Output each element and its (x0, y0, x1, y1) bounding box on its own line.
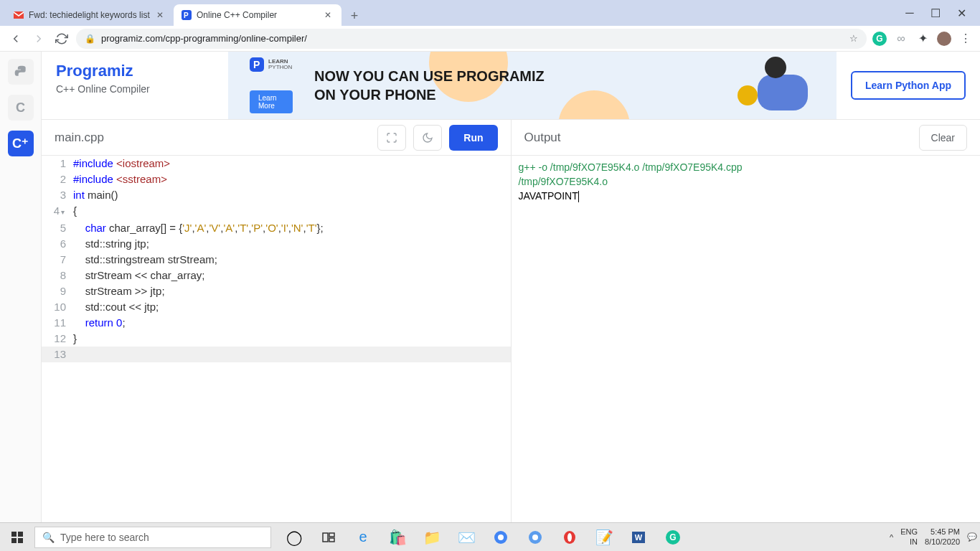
svg-rect-7 (18, 538, 23, 543)
extension-icons: G ∞ ✦ ⋮ (872, 32, 973, 46)
explorer-icon[interactable]: 📁 (415, 523, 449, 551)
brand-name: Programiz (56, 62, 214, 80)
tray-chevron-icon[interactable]: ^ (890, 533, 893, 542)
reload-button[interactable] (53, 30, 70, 47)
run-button[interactable]: Run (449, 125, 497, 151)
forward-button[interactable] (30, 30, 47, 47)
main-content: Programiz C++ Online Compiler P LEARNPYT… (42, 52, 980, 522)
theme-toggle-button[interactable] (413, 125, 442, 151)
tray-clock[interactable]: 5:45 PM 8/10/2020 (925, 527, 960, 546)
window-controls: ─ ☐ ✕ (903, 6, 980, 26)
extension-icon[interactable]: ∞ (894, 32, 908, 46)
banner: Programiz C++ Online Compiler P LEARNPYT… (42, 52, 980, 120)
task-view-icon[interactable] (311, 523, 346, 551)
extensions-icon[interactable]: ✦ (915, 32, 930, 46)
profile-avatar[interactable] (937, 32, 951, 46)
tab-title: Fwd: techiedelight keywords list (29, 10, 152, 20)
code-line[interactable]: 1#include <iostream> (42, 156, 511, 171)
code-line[interactable]: 9 strStream >> jtp; (42, 283, 511, 299)
language-rail: C C⁺ (0, 52, 42, 522)
output-title: Output (524, 131, 561, 145)
ad-banner[interactable]: P LEARNPYTHON Learn More NOW YOU CAN USE… (228, 52, 837, 119)
output-body: g++ -o /tmp/9fXO7E95K4.o /tmp/9fXO7E95K4… (512, 156, 981, 522)
code-line[interactable]: 11 return 0; (42, 315, 511, 331)
brand-box: Programiz C++ Online Compiler (42, 52, 228, 119)
bookmark-icon[interactable]: ☆ (849, 33, 858, 44)
learn-more-button[interactable]: Learn More (250, 90, 293, 113)
page-content: C C⁺ Programiz C++ Online Compiler P LEA… (0, 52, 980, 522)
code-line[interactable]: 6 std::string jtp; (42, 236, 511, 252)
search-placeholder: Type here to search (60, 532, 149, 543)
svg-rect-4 (11, 532, 17, 537)
code-line[interactable]: 5 char char_array[] = {'J','A','V','A','… (42, 220, 511, 236)
maximize-icon[interactable]: ☐ (928, 6, 943, 20)
rail-cpp[interactable]: C⁺ (8, 131, 34, 156)
menu-icon[interactable]: ⋮ (958, 32, 973, 46)
close-icon[interactable]: ✕ (324, 10, 334, 20)
code-line[interactable]: 13 (42, 347, 511, 362)
search-icon: 🔍 (42, 532, 55, 543)
url-text: programiz.com/cpp-programming/online-com… (101, 33, 307, 44)
chrome-toolbar: 🔒 programiz.com/cpp-programming/online-c… (0, 26, 980, 52)
store-icon[interactable]: 🛍️ (380, 523, 415, 551)
chrome-titlebar: Fwd: techiedelight keywords list ✕ P Onl… (0, 0, 980, 26)
close-icon[interactable]: ✕ (156, 10, 166, 20)
svg-rect-8 (323, 533, 328, 542)
workspace: main.cpp Run 1#include <iostream>2#inclu… (42, 120, 980, 522)
notepad-icon[interactable]: 📝 (587, 523, 621, 551)
programiz-logo-icon: P (250, 57, 264, 72)
windows-taskbar: 🔍 Type here to search ◯ e 🛍️ 📁 ✉️ 📝 W G … (0, 522, 980, 551)
rail-c[interactable]: C (8, 95, 34, 121)
svg-text:P: P (184, 11, 189, 19)
code-line[interactable]: 7 std::stringstream strStream; (42, 252, 511, 268)
programiz-icon: P (181, 9, 192, 21)
address-bar[interactable]: 🔒 programiz.com/cpp-programming/online-c… (76, 29, 867, 49)
rail-python[interactable] (8, 59, 34, 85)
svg-point-12 (498, 534, 504, 540)
tray-language[interactable]: ENG IN (900, 527, 918, 546)
ad-illustration (729, 57, 815, 114)
code-line[interactable]: 10 std::cout << jtp; (42, 299, 511, 315)
grammarly-icon[interactable]: G (872, 32, 887, 46)
notifications-icon[interactable]: 💬 (967, 532, 977, 542)
close-window-icon[interactable]: ✕ (954, 6, 969, 20)
new-tab-button[interactable]: + (344, 6, 364, 26)
svg-point-14 (532, 534, 538, 540)
word-icon[interactable]: W (621, 523, 656, 551)
back-button[interactable] (7, 30, 24, 47)
taskbar-search[interactable]: 🔍 Type here to search (34, 527, 271, 548)
task-icons: ◯ e 🛍️ 📁 ✉️ 📝 W G (277, 523, 690, 551)
browser-tab-gmail[interactable]: Fwd: techiedelight keywords list ✕ (6, 4, 174, 26)
fullscreen-button[interactable] (377, 125, 406, 151)
cortana-icon[interactable]: ◯ (277, 523, 311, 551)
brand-subtitle: C++ Online Compiler (56, 83, 214, 95)
chrome-icon[interactable] (484, 523, 518, 551)
svg-text:P: P (253, 59, 260, 70)
code-line[interactable]: 2#include <sstream> (42, 171, 511, 187)
clear-button[interactable]: Clear (919, 125, 967, 151)
svg-point-16 (567, 533, 572, 542)
tab-title: Online C++ Compiler (197, 10, 320, 20)
code-editor[interactable]: 1#include <iostream>2#include <sstream>3… (42, 156, 511, 522)
system-tray: ^ ENG IN 5:45 PM 8/10/2020 💬 (890, 523, 980, 551)
gmail-icon (13, 9, 24, 21)
browser-tab-programiz[interactable]: P Online C++ Compiler ✕ (174, 4, 341, 26)
grammarly-taskbar-icon[interactable]: G (656, 523, 690, 551)
ad-headline: NOW YOU CAN USE PROGRAMIZ ON YOUR PHONE (314, 67, 545, 104)
mail-icon[interactable]: ✉️ (449, 523, 484, 551)
minimize-icon[interactable]: ─ (903, 6, 917, 20)
start-button[interactable] (0, 523, 34, 551)
code-line[interactable]: 12} (42, 331, 511, 347)
cta-box: Learn Python App (837, 52, 980, 119)
editor-header: main.cpp Run (42, 120, 511, 156)
svg-rect-6 (11, 538, 17, 543)
output-header: Output Clear (512, 120, 981, 156)
code-line[interactable]: 8 strStream << char_array; (42, 268, 511, 283)
ie-icon[interactable]: e (346, 523, 380, 551)
learn-python-button[interactable]: Learn Python App (851, 71, 966, 100)
code-line[interactable]: 4▾{ (42, 203, 511, 220)
opera-icon[interactable] (552, 523, 587, 551)
code-line[interactable]: 3int main() (42, 187, 511, 203)
chromium-icon[interactable] (518, 523, 552, 551)
output-pane: Output Clear g++ -o /tmp/9fXO7E95K4.o /t… (512, 120, 981, 522)
